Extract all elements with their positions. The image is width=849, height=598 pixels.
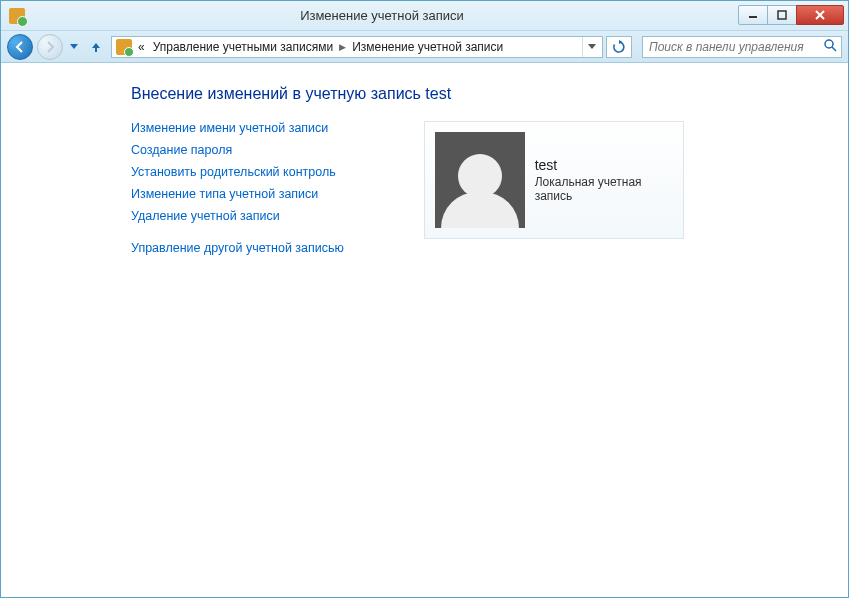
search-box[interactable] [642, 36, 842, 58]
arrow-up-icon [89, 40, 103, 54]
window-controls [739, 5, 844, 27]
action-links: Изменение имени учетной записи Создание … [131, 121, 344, 263]
user-type: Локальная учетная запись [535, 175, 673, 203]
user-name: test [535, 157, 673, 173]
users-icon [116, 39, 132, 55]
breadcrumb-chevrons: « [136, 40, 147, 54]
app-icon [9, 8, 25, 24]
content-area: Внесение изменений в учетную запись test… [1, 63, 848, 597]
address-bar[interactable]: « Управление учетными записями ▶ Изменен… [111, 36, 603, 58]
link-delete-account[interactable]: Удаление учетной записи [131, 209, 344, 223]
search-input[interactable] [647, 39, 823, 55]
arrow-left-icon [13, 40, 27, 54]
maximize-button[interactable] [767, 5, 797, 25]
forward-button[interactable] [37, 34, 63, 60]
arrow-right-icon [43, 40, 57, 54]
minimize-button[interactable] [738, 5, 768, 25]
nav-bar: « Управление учетными записями ▶ Изменен… [1, 31, 848, 63]
link-parental-control[interactable]: Установить родительский контроль [131, 165, 344, 179]
window-title: Изменение учетной записи [25, 8, 739, 23]
back-button[interactable] [7, 34, 33, 60]
breadcrumb-seg-1[interactable]: Управление учетными записями [151, 40, 335, 54]
address-dropdown[interactable] [582, 37, 600, 57]
close-button[interactable] [796, 5, 844, 25]
title-bar: Изменение учетной записи [1, 1, 848, 31]
breadcrumb-seg-2[interactable]: Изменение учетной записи [350, 40, 505, 54]
user-card: test Локальная учетная запись [424, 121, 684, 239]
breadcrumb-sep-icon: ▶ [339, 42, 346, 52]
user-info: test Локальная учетная запись [535, 157, 673, 203]
minimize-icon [748, 10, 758, 20]
svg-rect-1 [778, 11, 786, 19]
link-manage-other[interactable]: Управление другой учетной записью [131, 241, 344, 255]
link-change-name[interactable]: Изменение имени учетной записи [131, 121, 344, 135]
avatar [435, 132, 525, 228]
svg-point-4 [825, 40, 833, 48]
search-icon[interactable] [823, 38, 837, 55]
chevron-down-icon [70, 44, 78, 50]
page-heading: Внесение изменений в учетную запись test [131, 85, 848, 103]
refresh-icon [612, 40, 626, 54]
up-button[interactable] [85, 36, 107, 58]
refresh-button[interactable] [606, 36, 632, 58]
close-icon [814, 10, 826, 20]
link-create-password[interactable]: Создание пароля [131, 143, 344, 157]
history-dropdown[interactable] [67, 37, 81, 57]
svg-line-5 [832, 47, 836, 51]
link-change-type[interactable]: Изменение типа учетной записи [131, 187, 344, 201]
chevron-down-icon [588, 44, 596, 50]
maximize-icon [777, 10, 787, 20]
